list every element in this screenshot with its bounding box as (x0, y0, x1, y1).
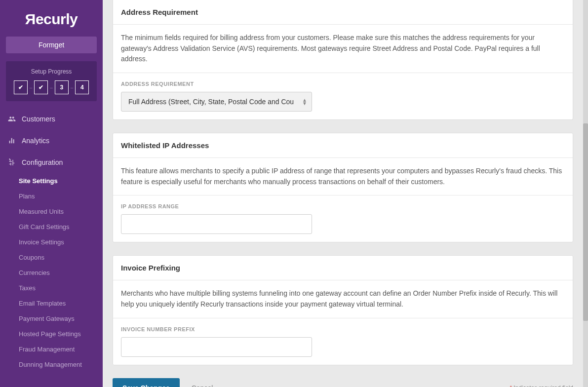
required-star: * (510, 385, 512, 387)
setup-progress-title: Setup Progress (11, 68, 92, 75)
nav-label: Customers (22, 115, 55, 123)
save-button[interactable]: Save Changes (113, 378, 180, 387)
nav-label: Configuration (22, 158, 63, 166)
check-icon: ✔ (18, 84, 23, 91)
card-description: Merchants who have multiple billing syst… (121, 288, 565, 310)
subnav-item-site-settings[interactable]: Site Settings (0, 173, 103, 189)
card-invoice-prefixing: Invoice Prefixing Merchants who have mul… (113, 255, 573, 365)
cancel-button[interactable]: Cancel (192, 384, 213, 387)
step-separator: – (71, 85, 74, 90)
sliders-icon (8, 158, 16, 166)
brand-logo: Recurly (0, 0, 103, 37)
card-description: This feature allows merchants to specify… (121, 166, 565, 187)
nav-label: Analytics (22, 137, 49, 145)
card-whitelisted-ip: Whitelisted IP Addresses This feature al… (113, 133, 573, 242)
main-nav: Customers Analytics Configuration Site S… (0, 108, 103, 372)
subnav-item-fraud-management[interactable]: Fraud Management (0, 342, 103, 357)
subnav-item-invoice-settings[interactable]: Invoice Settings (0, 234, 103, 250)
nav-item-configuration[interactable]: Configuration (0, 152, 103, 173)
setup-step-3[interactable]: 3 (55, 80, 69, 94)
subnav-item-gift-card-settings[interactable]: Gift Card Settings (0, 219, 103, 234)
bar-chart-icon (8, 137, 16, 145)
subnav-item-payment-gateways[interactable]: Payment Gateways (0, 311, 103, 326)
required-field-note: *Indicates required field (510, 385, 573, 387)
nav-item-analytics[interactable]: Analytics (0, 130, 103, 152)
nav-item-customers[interactable]: Customers (0, 108, 103, 130)
subnav-item-plans[interactable]: Plans (0, 189, 103, 204)
ip-address-range-input[interactable] (121, 214, 312, 234)
card-address-requirement: Address Requirement The minimum fields r… (113, 0, 573, 120)
card-description: The minimum fields required for billing … (121, 33, 565, 65)
setup-step-2[interactable]: ✔ (34, 80, 48, 94)
field-label: IP Address Range (121, 203, 565, 209)
address-requirement-select[interactable]: Full Address (Street, City, State, Posta… (121, 92, 312, 112)
subnav-item-dunning-management[interactable]: Dunning Management (0, 357, 103, 372)
card-title: Address Requirement (121, 8, 565, 16)
sidebar: Recurly Formget Setup Progress ✔ – ✔ – 3… (0, 0, 103, 387)
setup-step-4[interactable]: 4 (75, 80, 89, 94)
form-footer: Save Changes Cancel *Indicates required … (113, 378, 573, 387)
scrollbar-thumb[interactable] (583, 123, 588, 321)
step-separator: – (50, 85, 53, 90)
card-title: Whitelisted IP Addresses (121, 141, 565, 150)
subnav-item-measured-units[interactable]: Measured Units (0, 204, 103, 219)
subnav-item-taxes[interactable]: Taxes (0, 280, 103, 296)
users-icon (8, 115, 16, 123)
field-label: Address Requirement (121, 81, 565, 87)
config-subnav: Site Settings Plans Measured Units Gift … (0, 173, 103, 372)
scrollbar[interactable] (583, 0, 588, 387)
check-icon: ✔ (39, 84, 43, 91)
organization-button[interactable]: Formget (6, 37, 97, 53)
subnav-item-email-templates[interactable]: Email Templates (0, 296, 103, 311)
subnav-item-coupons[interactable]: Coupons (0, 250, 103, 265)
invoice-number-prefix-input[interactable] (121, 337, 312, 357)
setup-progress: Setup Progress ✔ – ✔ – 3 – 4 (6, 61, 97, 101)
subnav-item-currencies[interactable]: Currencies (0, 265, 103, 280)
subnav-item-hosted-page-settings[interactable]: Hosted Page Settings (0, 326, 103, 342)
main-content: Address Requirement The minimum fields r… (103, 0, 583, 387)
field-label: Invoice Number Prefix (121, 326, 565, 332)
card-title: Invoice Prefixing (121, 264, 565, 272)
step-separator: – (30, 85, 33, 90)
setup-step-1[interactable]: ✔ (14, 80, 28, 94)
